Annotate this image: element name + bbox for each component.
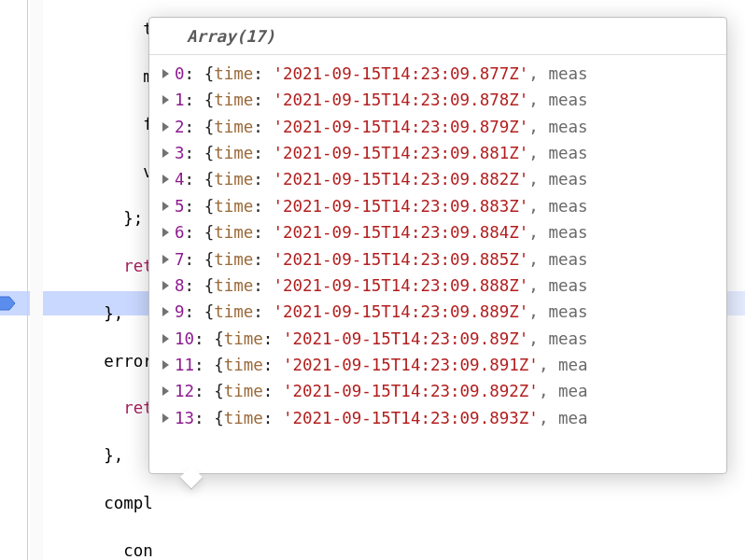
object-key: time	[214, 170, 253, 189]
execution-pointer-icon	[0, 293, 17, 314]
array-index: 11	[175, 356, 194, 374]
array-index: 10	[175, 329, 194, 348]
object-key: time	[214, 197, 253, 216]
expand-arrow-icon[interactable]	[162, 360, 169, 370]
code-line[interactable]: compl	[45, 492, 383, 515]
object-key: time	[214, 118, 253, 136]
tooltip-item[interactable]: 9: {time: '2021-09-15T14:23:09.889Z', me…	[149, 300, 726, 326]
tooltip-item[interactable]: 12: {time: '2021-09-15T14:23:09.892Z', m…	[149, 379, 726, 405]
tooltip-item[interactable]: 11: {time: '2021-09-15T14:23:09.891Z', m…	[149, 353, 726, 379]
object-value: '2021-09-15T14:23:09.877Z'	[273, 64, 528, 83]
expand-arrow-icon[interactable]	[162, 386, 169, 396]
tooltip-item[interactable]: 5: {time: '2021-09-15T14:23:09.883Z', me…	[149, 193, 726, 219]
tooltip-item[interactable]: 3: {time: '2021-09-15T14:23:09.881Z', me…	[149, 141, 726, 167]
array-index: 12	[175, 382, 194, 400]
object-value: '2021-09-15T14:23:09.884Z'	[273, 223, 528, 242]
object-value: '2021-09-15T14:23:09.881Z'	[273, 144, 528, 162]
tooltip-item[interactable]: 1: {time: '2021-09-15T14:23:09.878Z', me…	[149, 88, 726, 114]
array-index: 5	[175, 197, 185, 216]
object-value: '2021-09-15T14:23:09.892Z'	[283, 382, 539, 400]
tooltip-item[interactable]: 0: {time: '2021-09-15T14:23:09.877Z', me…	[149, 61, 726, 87]
object-key: time	[214, 302, 253, 321]
hover-tooltip[interactable]: Array(17) 0: {time: '2021-09-15T14:23:09…	[148, 17, 727, 474]
expand-arrow-icon[interactable]	[162, 228, 169, 237]
array-index: 0	[175, 64, 185, 83]
object-key: time	[214, 144, 253, 162]
expand-arrow-icon[interactable]	[162, 69, 169, 78]
object-key: time	[214, 91, 253, 109]
expand-arrow-icon[interactable]	[162, 148, 169, 158]
object-key: time	[214, 276, 253, 295]
expand-arrow-icon[interactable]	[162, 307, 169, 316]
tooltip-item[interactable]: 8: {time: '2021-09-15T14:23:09.888Z', me…	[149, 273, 726, 299]
object-value: '2021-09-15T14:23:09.89Z'	[283, 329, 528, 348]
expand-arrow-icon[interactable]	[162, 334, 169, 343]
expand-arrow-icon[interactable]	[162, 255, 169, 264]
object-key: time	[224, 329, 263, 348]
object-value: '2021-09-15T14:23:09.879Z'	[273, 118, 528, 136]
object-key: time	[214, 223, 253, 242]
expand-arrow-icon[interactable]	[162, 413, 169, 423]
tooltip-item[interactable]: 4: {time: '2021-09-15T14:23:09.882Z', me…	[149, 167, 726, 193]
object-value: '2021-09-15T14:23:09.882Z'	[273, 170, 528, 189]
array-index: 9	[175, 302, 185, 321]
expand-arrow-icon[interactable]	[162, 122, 169, 132]
object-key: time	[214, 64, 253, 83]
object-key: time	[214, 250, 253, 269]
array-index: 3	[175, 144, 185, 162]
array-index: 7	[175, 250, 185, 269]
object-value: '2021-09-15T14:23:09.889Z'	[273, 302, 528, 321]
array-index: 8	[175, 276, 185, 295]
expand-arrow-icon[interactable]	[162, 95, 169, 105]
expand-arrow-icon[interactable]	[162, 175, 169, 184]
array-index: 1	[175, 91, 185, 109]
object-key: time	[224, 356, 263, 374]
tooltip-item[interactable]: 7: {time: '2021-09-15T14:23:09.885Z', me…	[149, 246, 726, 273]
expand-arrow-icon[interactable]	[162, 281, 169, 290]
tooltip-header: Array(17)	[149, 25, 726, 55]
object-value: '2021-09-15T14:23:09.891Z'	[283, 356, 539, 374]
array-index: 13	[175, 409, 194, 427]
array-index: 6	[175, 223, 185, 242]
code-line[interactable]: con	[45, 539, 383, 560]
tooltip-item[interactable]: 13: {time: '2021-09-15T14:23:09.893Z', m…	[149, 405, 726, 431]
object-key: time	[224, 382, 263, 400]
object-value: '2021-09-15T14:23:09.888Z'	[273, 276, 528, 295]
tooltip-item[interactable]: 6: {time: '2021-09-15T14:23:09.884Z', me…	[149, 220, 726, 246]
execution-line-highlight-right	[724, 291, 745, 315]
object-value: '2021-09-15T14:23:09.893Z'	[283, 409, 539, 427]
object-value: '2021-09-15T14:23:09.883Z'	[273, 197, 528, 216]
tooltip-item[interactable]: 10: {time: '2021-09-15T14:23:09.89Z', me…	[149, 326, 726, 352]
tooltip-body[interactable]: 0: {time: '2021-09-15T14:23:09.877Z', me…	[149, 61, 726, 431]
object-value: '2021-09-15T14:23:09.885Z'	[273, 250, 528, 269]
tooltip-item[interactable]: 2: {time: '2021-09-15T14:23:09.879Z', me…	[149, 114, 726, 140]
object-key: time	[224, 409, 263, 427]
array-index: 4	[175, 170, 185, 189]
object-value: '2021-09-15T14:23:09.878Z'	[273, 91, 528, 109]
array-index: 2	[175, 118, 185, 136]
expand-arrow-icon[interactable]	[162, 202, 169, 211]
